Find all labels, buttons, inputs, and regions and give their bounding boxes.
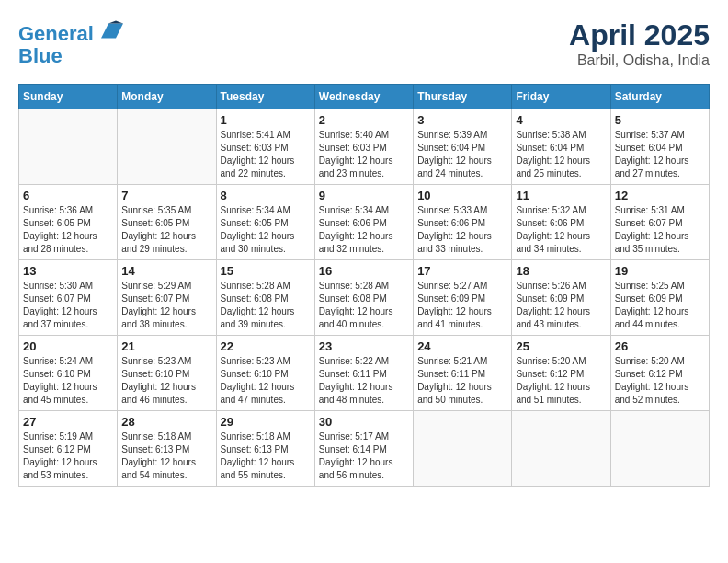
svg-marker-0	[101, 24, 123, 39]
calendar-week-5: 27Sunrise: 5:19 AMSunset: 6:12 PMDayligh…	[19, 411, 710, 487]
calendar-cell: 24Sunrise: 5:21 AMSunset: 6:11 PMDayligh…	[414, 336, 512, 411]
day-info: Sunrise: 5:40 AMSunset: 6:03 PMDaylight:…	[319, 129, 409, 180]
calendar-cell	[19, 109, 118, 185]
calendar-cell: 4Sunrise: 5:38 AMSunset: 6:04 PMDaylight…	[512, 109, 610, 185]
day-number: 30	[319, 415, 409, 429]
day-info: Sunrise: 5:30 AMSunset: 6:07 PMDaylight:…	[23, 280, 113, 331]
day-info: Sunrise: 5:20 AMSunset: 6:12 PMDaylight:…	[615, 355, 705, 407]
day-number: 13	[23, 264, 113, 278]
day-info: Sunrise: 5:28 AMSunset: 6:08 PMDaylight:…	[221, 280, 311, 331]
day-info: Sunrise: 5:38 AMSunset: 6:04 PMDaylight:…	[516, 129, 606, 180]
header-friday: Friday	[512, 85, 610, 109]
calendar-cell: 10Sunrise: 5:33 AMSunset: 6:06 PMDayligh…	[414, 185, 512, 260]
day-info: Sunrise: 5:20 AMSunset: 6:12 PMDaylight:…	[516, 355, 606, 407]
day-info: Sunrise: 5:21 AMSunset: 6:11 PMDaylight:…	[417, 355, 507, 407]
day-info: Sunrise: 5:35 AMSunset: 6:05 PMDaylight:…	[121, 204, 211, 256]
calendar-cell: 3Sunrise: 5:39 AMSunset: 6:04 PMDaylight…	[414, 109, 512, 185]
day-number: 9	[319, 189, 409, 202]
calendar-cell: 26Sunrise: 5:20 AMSunset: 6:12 PMDayligh…	[610, 336, 709, 411]
day-info: Sunrise: 5:23 AMSunset: 6:10 PMDaylight:…	[221, 355, 311, 407]
calendar-cell: 12Sunrise: 5:31 AMSunset: 6:07 PMDayligh…	[610, 185, 709, 260]
day-number: 11	[516, 189, 606, 202]
day-number: 1	[221, 113, 311, 127]
weekday-header-row: Sunday Monday Tuesday Wednesday Thursday…	[19, 85, 710, 109]
header-wednesday: Wednesday	[314, 85, 413, 109]
day-info: Sunrise: 5:37 AMSunset: 6:04 PMDaylight:…	[615, 129, 705, 180]
day-number: 17	[417, 264, 507, 278]
day-number: 25	[516, 339, 606, 353]
day-number: 24	[417, 339, 507, 353]
day-number: 16	[319, 264, 409, 278]
calendar-week-3: 13Sunrise: 5:30 AMSunset: 6:07 PMDayligh…	[19, 260, 710, 336]
calendar-cell: 7Sunrise: 5:35 AMSunset: 6:05 PMDaylight…	[118, 185, 216, 260]
calendar-cell: 20Sunrise: 5:24 AMSunset: 6:10 PMDayligh…	[19, 336, 118, 411]
calendar-cell: 13Sunrise: 5:30 AMSunset: 6:07 PMDayligh…	[19, 260, 118, 336]
day-number: 12	[615, 189, 705, 202]
header-tuesday: Tuesday	[216, 85, 314, 109]
calendar-title: April 2025	[569, 18, 710, 52]
calendar-table: Sunday Monday Tuesday Wednesday Thursday…	[18, 84, 710, 487]
calendar-cell	[512, 411, 610, 487]
day-info: Sunrise: 5:24 AMSunset: 6:10 PMDaylight:…	[23, 355, 113, 407]
day-info: Sunrise: 5:25 AMSunset: 6:09 PMDaylight:…	[615, 280, 705, 331]
calendar-cell: 29Sunrise: 5:18 AMSunset: 6:13 PMDayligh…	[216, 411, 314, 487]
day-number: 8	[221, 189, 311, 202]
day-info: Sunrise: 5:22 AMSunset: 6:11 PMDaylight:…	[319, 355, 409, 407]
calendar-cell: 17Sunrise: 5:27 AMSunset: 6:09 PMDayligh…	[414, 260, 512, 336]
day-number: 23	[319, 339, 409, 353]
calendar-cell: 9Sunrise: 5:34 AMSunset: 6:06 PMDaylight…	[314, 185, 413, 260]
day-number: 6	[23, 189, 113, 202]
calendar-cell: 1Sunrise: 5:41 AMSunset: 6:03 PMDaylight…	[216, 109, 314, 185]
calendar-cell	[414, 411, 512, 487]
calendar-week-1: 1Sunrise: 5:41 AMSunset: 6:03 PMDaylight…	[19, 109, 710, 185]
day-info: Sunrise: 5:36 AMSunset: 6:05 PMDaylight:…	[23, 204, 113, 256]
day-number: 4	[516, 113, 606, 127]
day-number: 5	[615, 113, 705, 127]
day-number: 22	[221, 339, 311, 353]
calendar-cell: 15Sunrise: 5:28 AMSunset: 6:08 PMDayligh…	[216, 260, 314, 336]
day-number: 21	[121, 339, 211, 353]
day-number: 27	[23, 415, 113, 429]
day-info: Sunrise: 5:17 AMSunset: 6:14 PMDaylight:…	[319, 431, 409, 482]
day-info: Sunrise: 5:39 AMSunset: 6:04 PMDaylight:…	[417, 129, 507, 180]
day-info: Sunrise: 5:19 AMSunset: 6:12 PMDaylight:…	[23, 431, 113, 482]
calendar-cell	[610, 411, 709, 487]
calendar-cell: 16Sunrise: 5:28 AMSunset: 6:08 PMDayligh…	[314, 260, 413, 336]
day-number: 20	[23, 339, 113, 353]
calendar-cell: 22Sunrise: 5:23 AMSunset: 6:10 PMDayligh…	[216, 336, 314, 411]
calendar-subtitle: Barbil, Odisha, India	[569, 52, 710, 69]
logo-blue: Blue	[18, 44, 63, 67]
day-number: 2	[319, 113, 409, 127]
day-info: Sunrise: 5:32 AMSunset: 6:06 PMDaylight:…	[516, 204, 606, 256]
day-info: Sunrise: 5:33 AMSunset: 6:06 PMDaylight:…	[417, 204, 507, 256]
day-number: 10	[417, 189, 507, 202]
calendar-cell: 23Sunrise: 5:22 AMSunset: 6:11 PMDayligh…	[314, 336, 413, 411]
day-number: 26	[615, 339, 705, 353]
day-number: 28	[121, 415, 211, 429]
header-thursday: Thursday	[414, 85, 512, 109]
day-info: Sunrise: 5:28 AMSunset: 6:08 PMDaylight:…	[319, 280, 409, 331]
day-info: Sunrise: 5:26 AMSunset: 6:09 PMDaylight:…	[516, 280, 606, 331]
calendar-week-4: 20Sunrise: 5:24 AMSunset: 6:10 PMDayligh…	[19, 336, 710, 411]
calendar-cell: 18Sunrise: 5:26 AMSunset: 6:09 PMDayligh…	[512, 260, 610, 336]
calendar-cell: 8Sunrise: 5:34 AMSunset: 6:05 PMDaylight…	[216, 185, 314, 260]
calendar-cell: 28Sunrise: 5:18 AMSunset: 6:13 PMDayligh…	[118, 411, 216, 487]
day-number: 15	[221, 264, 311, 278]
logo-general: General	[18, 22, 94, 45]
svg-marker-1	[108, 20, 123, 23]
calendar-week-2: 6Sunrise: 5:36 AMSunset: 6:05 PMDaylight…	[19, 185, 710, 260]
header-saturday: Saturday	[610, 85, 709, 109]
day-number: 19	[615, 264, 705, 278]
day-info: Sunrise: 5:31 AMSunset: 6:07 PMDaylight:…	[615, 204, 705, 256]
calendar-cell	[118, 109, 216, 185]
day-number: 29	[221, 415, 311, 429]
logo-icon	[101, 18, 123, 40]
header-monday: Monday	[118, 85, 216, 109]
calendar-cell: 11Sunrise: 5:32 AMSunset: 6:06 PMDayligh…	[512, 185, 610, 260]
day-info: Sunrise: 5:34 AMSunset: 6:06 PMDaylight:…	[319, 204, 409, 256]
page-header: General Blue April 2025 Barbil, Odisha, …	[18, 18, 710, 69]
day-info: Sunrise: 5:34 AMSunset: 6:05 PMDaylight:…	[221, 204, 311, 256]
calendar-cell: 30Sunrise: 5:17 AMSunset: 6:14 PMDayligh…	[314, 411, 413, 487]
header-sunday: Sunday	[19, 85, 118, 109]
title-block: April 2025 Barbil, Odisha, India	[569, 18, 710, 69]
